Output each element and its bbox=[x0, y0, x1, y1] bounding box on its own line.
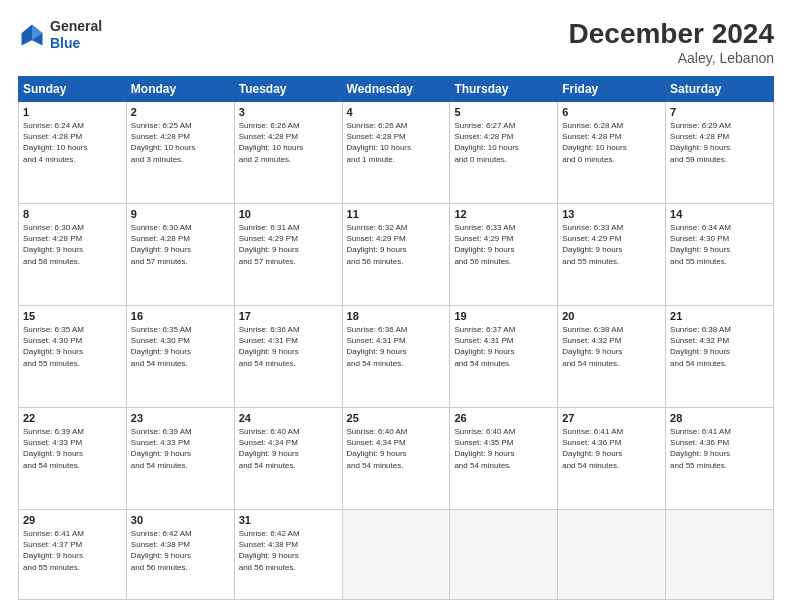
day-number: 29 bbox=[23, 514, 122, 526]
day-info: Sunrise: 6:24 AM Sunset: 4:28 PM Dayligh… bbox=[23, 120, 122, 165]
day-number: 18 bbox=[347, 310, 446, 322]
calendar-day-cell: 6Sunrise: 6:28 AM Sunset: 4:28 PM Daylig… bbox=[558, 102, 666, 204]
day-info: Sunrise: 6:32 AM Sunset: 4:29 PM Dayligh… bbox=[347, 222, 446, 267]
day-number: 2 bbox=[131, 106, 230, 118]
calendar-day-cell: 23Sunrise: 6:39 AM Sunset: 4:33 PM Dayli… bbox=[126, 408, 234, 510]
title-block: December 2024 Aaley, Lebanon bbox=[569, 18, 774, 66]
logo-icon bbox=[18, 21, 46, 49]
calendar-day-cell: 29Sunrise: 6:41 AM Sunset: 4:37 PM Dayli… bbox=[19, 510, 127, 600]
calendar-day-cell: 4Sunrise: 6:26 AM Sunset: 4:28 PM Daylig… bbox=[342, 102, 450, 204]
day-of-week-header: Friday bbox=[558, 77, 666, 102]
day-info: Sunrise: 6:33 AM Sunset: 4:29 PM Dayligh… bbox=[454, 222, 553, 267]
day-number: 26 bbox=[454, 412, 553, 424]
calendar-day-cell: 15Sunrise: 6:35 AM Sunset: 4:30 PM Dayli… bbox=[19, 306, 127, 408]
day-info: Sunrise: 6:40 AM Sunset: 4:34 PM Dayligh… bbox=[347, 426, 446, 471]
day-info: Sunrise: 6:30 AM Sunset: 4:28 PM Dayligh… bbox=[23, 222, 122, 267]
calendar-day-cell: 3Sunrise: 6:26 AM Sunset: 4:28 PM Daylig… bbox=[234, 102, 342, 204]
day-info: Sunrise: 6:35 AM Sunset: 4:30 PM Dayligh… bbox=[131, 324, 230, 369]
calendar-day-cell: 1Sunrise: 6:24 AM Sunset: 4:28 PM Daylig… bbox=[19, 102, 127, 204]
logo: General Blue bbox=[18, 18, 102, 52]
calendar-day-cell: 7Sunrise: 6:29 AM Sunset: 4:28 PM Daylig… bbox=[666, 102, 774, 204]
subtitle: Aaley, Lebanon bbox=[569, 50, 774, 66]
logo-text: General Blue bbox=[50, 18, 102, 52]
day-info: Sunrise: 6:28 AM Sunset: 4:28 PM Dayligh… bbox=[562, 120, 661, 165]
day-info: Sunrise: 6:36 AM Sunset: 4:31 PM Dayligh… bbox=[347, 324, 446, 369]
day-number: 1 bbox=[23, 106, 122, 118]
calendar-day-cell: 5Sunrise: 6:27 AM Sunset: 4:28 PM Daylig… bbox=[450, 102, 558, 204]
calendar-week-row: 8Sunrise: 6:30 AM Sunset: 4:28 PM Daylig… bbox=[19, 204, 774, 306]
day-number: 5 bbox=[454, 106, 553, 118]
day-info: Sunrise: 6:40 AM Sunset: 4:35 PM Dayligh… bbox=[454, 426, 553, 471]
day-info: Sunrise: 6:26 AM Sunset: 4:28 PM Dayligh… bbox=[347, 120, 446, 165]
day-info: Sunrise: 6:27 AM Sunset: 4:28 PM Dayligh… bbox=[454, 120, 553, 165]
day-number: 25 bbox=[347, 412, 446, 424]
calendar-week-row: 15Sunrise: 6:35 AM Sunset: 4:30 PM Dayli… bbox=[19, 306, 774, 408]
day-number: 3 bbox=[239, 106, 338, 118]
day-info: Sunrise: 6:35 AM Sunset: 4:30 PM Dayligh… bbox=[23, 324, 122, 369]
day-info: Sunrise: 6:41 AM Sunset: 4:37 PM Dayligh… bbox=[23, 528, 122, 573]
calendar-header-row: SundayMondayTuesdayWednesdayThursdayFrid… bbox=[19, 77, 774, 102]
day-number: 16 bbox=[131, 310, 230, 322]
day-number: 23 bbox=[131, 412, 230, 424]
day-info: Sunrise: 6:26 AM Sunset: 4:28 PM Dayligh… bbox=[239, 120, 338, 165]
calendar-week-row: 29Sunrise: 6:41 AM Sunset: 4:37 PM Dayli… bbox=[19, 510, 774, 600]
day-info: Sunrise: 6:40 AM Sunset: 4:34 PM Dayligh… bbox=[239, 426, 338, 471]
day-info: Sunrise: 6:33 AM Sunset: 4:29 PM Dayligh… bbox=[562, 222, 661, 267]
day-info: Sunrise: 6:34 AM Sunset: 4:30 PM Dayligh… bbox=[670, 222, 769, 267]
day-number: 8 bbox=[23, 208, 122, 220]
calendar-day-cell: 12Sunrise: 6:33 AM Sunset: 4:29 PM Dayli… bbox=[450, 204, 558, 306]
calendar-day-cell: 20Sunrise: 6:38 AM Sunset: 4:32 PM Dayli… bbox=[558, 306, 666, 408]
calendar-day-cell bbox=[450, 510, 558, 600]
day-info: Sunrise: 6:38 AM Sunset: 4:32 PM Dayligh… bbox=[562, 324, 661, 369]
day-number: 14 bbox=[670, 208, 769, 220]
day-info: Sunrise: 6:30 AM Sunset: 4:28 PM Dayligh… bbox=[131, 222, 230, 267]
day-number: 24 bbox=[239, 412, 338, 424]
day-number: 6 bbox=[562, 106, 661, 118]
day-number: 27 bbox=[562, 412, 661, 424]
day-number: 7 bbox=[670, 106, 769, 118]
day-of-week-header: Monday bbox=[126, 77, 234, 102]
calendar-day-cell: 27Sunrise: 6:41 AM Sunset: 4:36 PM Dayli… bbox=[558, 408, 666, 510]
main-title: December 2024 bbox=[569, 18, 774, 50]
day-number: 28 bbox=[670, 412, 769, 424]
header: General Blue December 2024 Aaley, Lebano… bbox=[18, 18, 774, 66]
calendar-day-cell: 8Sunrise: 6:30 AM Sunset: 4:28 PM Daylig… bbox=[19, 204, 127, 306]
day-number: 20 bbox=[562, 310, 661, 322]
calendar-day-cell: 14Sunrise: 6:34 AM Sunset: 4:30 PM Dayli… bbox=[666, 204, 774, 306]
calendar-table: SundayMondayTuesdayWednesdayThursdayFrid… bbox=[18, 76, 774, 600]
day-of-week-header: Wednesday bbox=[342, 77, 450, 102]
day-info: Sunrise: 6:25 AM Sunset: 4:28 PM Dayligh… bbox=[131, 120, 230, 165]
calendar-day-cell: 13Sunrise: 6:33 AM Sunset: 4:29 PM Dayli… bbox=[558, 204, 666, 306]
calendar-day-cell: 21Sunrise: 6:38 AM Sunset: 4:32 PM Dayli… bbox=[666, 306, 774, 408]
day-number: 21 bbox=[670, 310, 769, 322]
day-number: 10 bbox=[239, 208, 338, 220]
calendar-week-row: 22Sunrise: 6:39 AM Sunset: 4:33 PM Dayli… bbox=[19, 408, 774, 510]
calendar-day-cell: 26Sunrise: 6:40 AM Sunset: 4:35 PM Dayli… bbox=[450, 408, 558, 510]
calendar-day-cell: 9Sunrise: 6:30 AM Sunset: 4:28 PM Daylig… bbox=[126, 204, 234, 306]
calendar-day-cell: 31Sunrise: 6:42 AM Sunset: 4:38 PM Dayli… bbox=[234, 510, 342, 600]
day-number: 4 bbox=[347, 106, 446, 118]
calendar-day-cell: 17Sunrise: 6:36 AM Sunset: 4:31 PM Dayli… bbox=[234, 306, 342, 408]
day-info: Sunrise: 6:38 AM Sunset: 4:32 PM Dayligh… bbox=[670, 324, 769, 369]
day-number: 13 bbox=[562, 208, 661, 220]
day-number: 11 bbox=[347, 208, 446, 220]
day-info: Sunrise: 6:37 AM Sunset: 4:31 PM Dayligh… bbox=[454, 324, 553, 369]
calendar-day-cell: 30Sunrise: 6:42 AM Sunset: 4:38 PM Dayli… bbox=[126, 510, 234, 600]
calendar-day-cell: 25Sunrise: 6:40 AM Sunset: 4:34 PM Dayli… bbox=[342, 408, 450, 510]
day-number: 30 bbox=[131, 514, 230, 526]
calendar-day-cell: 10Sunrise: 6:31 AM Sunset: 4:29 PM Dayli… bbox=[234, 204, 342, 306]
calendar-day-cell: 24Sunrise: 6:40 AM Sunset: 4:34 PM Dayli… bbox=[234, 408, 342, 510]
day-number: 31 bbox=[239, 514, 338, 526]
day-number: 12 bbox=[454, 208, 553, 220]
day-of-week-header: Saturday bbox=[666, 77, 774, 102]
day-of-week-header: Tuesday bbox=[234, 77, 342, 102]
calendar-day-cell: 19Sunrise: 6:37 AM Sunset: 4:31 PM Dayli… bbox=[450, 306, 558, 408]
day-of-week-header: Sunday bbox=[19, 77, 127, 102]
day-info: Sunrise: 6:31 AM Sunset: 4:29 PM Dayligh… bbox=[239, 222, 338, 267]
calendar-day-cell bbox=[666, 510, 774, 600]
calendar-day-cell: 18Sunrise: 6:36 AM Sunset: 4:31 PM Dayli… bbox=[342, 306, 450, 408]
day-info: Sunrise: 6:41 AM Sunset: 4:36 PM Dayligh… bbox=[670, 426, 769, 471]
day-info: Sunrise: 6:29 AM Sunset: 4:28 PM Dayligh… bbox=[670, 120, 769, 165]
day-number: 15 bbox=[23, 310, 122, 322]
calendar-day-cell: 16Sunrise: 6:35 AM Sunset: 4:30 PM Dayli… bbox=[126, 306, 234, 408]
